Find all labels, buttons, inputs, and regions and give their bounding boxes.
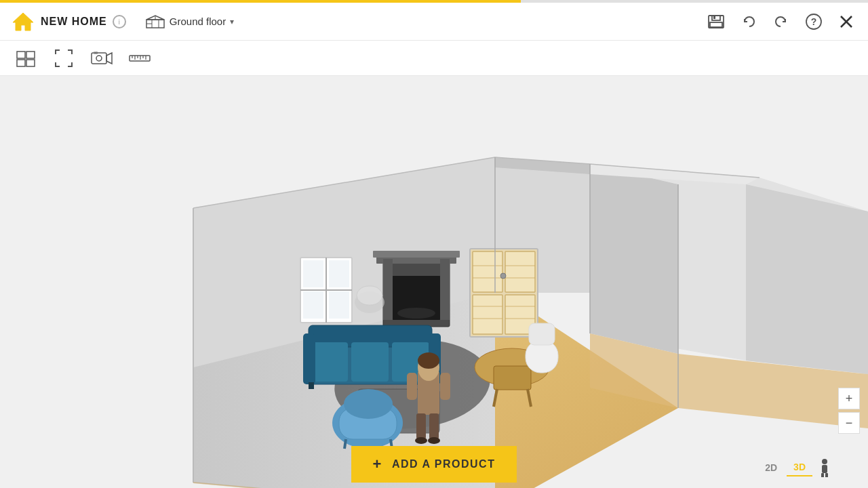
svg-marker-0 [13, 13, 33, 30]
close-button[interactable] [835, 11, 857, 33]
redo-button[interactable] [770, 11, 792, 33]
undo-button[interactable] [738, 11, 760, 33]
camera-3d-button[interactable]: 3D [90, 46, 114, 70]
svg-marker-35 [746, 184, 868, 374]
floor-label: Ground floor [170, 16, 226, 27]
header-right: ? [705, 11, 857, 33]
svg-rect-74 [351, 342, 389, 382]
view-3d-button[interactable]: 3D [787, 459, 812, 476]
svg-rect-76 [303, 333, 315, 384]
svg-line-85 [344, 439, 346, 449]
svg-rect-15 [17, 52, 25, 58]
svg-rect-43 [303, 260, 323, 287]
svg-point-21 [96, 56, 102, 61]
svg-rect-9 [710, 22, 722, 27]
header-left: NEW HOME i Ground floor ▾ [11, 9, 705, 34]
svg-point-84 [344, 389, 393, 419]
svg-rect-73 [311, 342, 348, 382]
svg-marker-36 [590, 164, 678, 354]
svg-rect-91 [440, 373, 450, 400]
app-title: NEW HOME [41, 16, 107, 28]
svg-rect-97 [494, 366, 531, 390]
zoom-controls: + − [838, 388, 860, 434]
svg-rect-65 [383, 259, 393, 320]
svg-rect-18 [26, 60, 35, 66]
canvas-area[interactable] [0, 76, 868, 488]
svg-point-89 [418, 352, 439, 369]
svg-rect-46 [329, 291, 349, 319]
floor-plan-icon [145, 14, 165, 29]
svg-rect-66 [440, 259, 450, 320]
home-logo[interactable] [11, 9, 35, 34]
info-icon[interactable]: i [113, 15, 126, 28]
header: NEW HOME i Ground floor ▾ [0, 3, 868, 41]
svg-rect-112 [821, 473, 824, 477]
add-product-label: ADD A PRODUCT [392, 458, 496, 470]
svg-rect-92 [416, 413, 426, 439]
add-product-button[interactable]: + ADD A PRODUCT [351, 446, 517, 483]
svg-text:3D: 3D [94, 51, 98, 55]
svg-rect-17 [17, 60, 25, 66]
svg-marker-20 [106, 53, 112, 64]
svg-rect-113 [825, 473, 828, 477]
room-3d-view [0, 76, 868, 488]
svg-point-94 [415, 437, 427, 444]
zoom-in-button[interactable]: + [838, 388, 860, 409]
chevron-down-icon: ▾ [230, 17, 234, 26]
svg-rect-50 [473, 295, 502, 334]
person-view-button[interactable] [815, 458, 834, 477]
svg-point-95 [428, 437, 440, 444]
svg-rect-111 [822, 465, 827, 473]
svg-rect-44 [329, 260, 349, 287]
toolbar: 3D [0, 41, 868, 76]
svg-rect-64 [373, 251, 460, 258]
svg-rect-69 [357, 286, 382, 305]
svg-text:?: ? [811, 16, 817, 27]
svg-rect-78 [309, 382, 314, 389]
ruler-button[interactable] [127, 46, 152, 70]
view-2d-button[interactable]: 2D [758, 460, 784, 476]
svg-point-60 [500, 273, 506, 279]
save-button[interactable] [705, 11, 727, 33]
svg-rect-45 [303, 291, 323, 319]
svg-rect-93 [429, 413, 439, 439]
svg-rect-90 [407, 373, 417, 400]
svg-rect-101 [529, 323, 555, 345]
grid-view-button[interactable] [14, 46, 38, 70]
view-modes: 2D 3D [758, 458, 834, 477]
svg-rect-7 [709, 16, 724, 28]
svg-point-67 [397, 308, 435, 319]
fullscreen-button[interactable] [52, 46, 76, 70]
svg-rect-49 [505, 251, 535, 292]
svg-rect-8 [712, 16, 720, 20]
svg-rect-16 [26, 52, 35, 58]
help-button[interactable]: ? [803, 11, 825, 33]
zoom-out-button[interactable]: − [838, 412, 860, 434]
svg-point-110 [822, 459, 827, 464]
plus-icon: + [373, 455, 382, 473]
floor-selector[interactable]: Ground floor ▾ [145, 14, 234, 29]
svg-rect-10 [713, 16, 715, 19]
svg-rect-48 [473, 251, 502, 292]
